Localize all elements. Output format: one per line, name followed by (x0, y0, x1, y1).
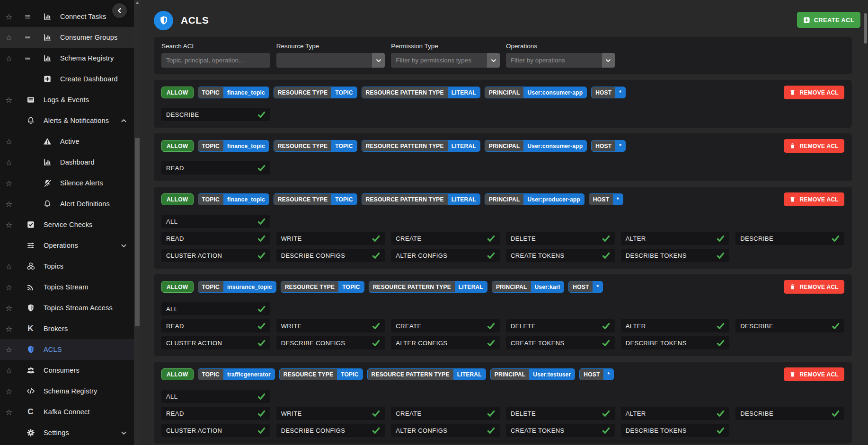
favorite-star-icon[interactable]: ☆ (4, 179, 14, 188)
resource-type-select[interactable] (276, 53, 385, 68)
sidebar-item-consumer-groups[interactable]: ☆Consumer Groups (0, 27, 134, 48)
operation-label: ALTER (626, 410, 646, 417)
search-acl-input[interactable] (161, 53, 270, 68)
favorite-star-icon[interactable]: ☆ (4, 220, 14, 229)
sidebar-item-kafka-connect[interactable]: ☆CKafka Connect (0, 401, 134, 422)
sidebar-item-silence-alerts[interactable]: ☆Silence Alerts (0, 173, 134, 193)
chevron-down-icon[interactable] (372, 53, 385, 68)
chevron-down-icon[interactable] (120, 242, 127, 249)
resource-type-chip-key: RESOURCE TYPE (281, 281, 338, 292)
sidebar-item-label: Silence Alerts (60, 179, 103, 187)
operation-describe: DESCRIBE (161, 108, 270, 121)
chevron-up-icon[interactable] (120, 117, 127, 124)
operation-describe-configs: DESCRIBE CONFIGS (276, 424, 385, 437)
sidebar-item-operations[interactable]: Operations (0, 235, 134, 256)
sidebar-item-topics[interactable]: ☆Topics (0, 256, 134, 277)
main-scrollbar-thumb[interactable] (864, 13, 867, 44)
operation-create-tokens: CREATE TOKENS (506, 249, 615, 262)
filter-card: Search ACL Resource Type Permission Type… (154, 37, 852, 74)
favorite-star-icon[interactable]: ☆ (4, 366, 14, 375)
favorite-star-icon[interactable]: ☆ (4, 33, 14, 42)
resource-type-chip: RESOURCE TYPETOPIC (274, 193, 357, 205)
sidebar-item-schema-registry[interactable]: ☆Schema Registry (0, 48, 134, 69)
sidebar-item-label: Service Checks (44, 221, 93, 228)
favorite-star-icon[interactable]: ☆ (4, 283, 14, 292)
favorite-star-icon[interactable]: ☆ (4, 345, 14, 354)
operation-label: ALL (166, 305, 177, 313)
favorite-star-icon[interactable]: ☆ (4, 304, 14, 313)
permission-type-select[interactable]: Filter by permissions types (391, 53, 500, 68)
favorite-star-icon[interactable]: ☆ (4, 137, 14, 146)
operation-cluster-action: CLUSTER ACTION (161, 336, 270, 349)
filter-resource-type: Resource Type (276, 43, 385, 68)
operations-select[interactable]: Filter by operations (506, 53, 615, 68)
sidebar-item-service-checks[interactable]: ☆Service Checks (0, 214, 134, 235)
gear-icon (26, 428, 35, 437)
sidebar-item-active[interactable]: ☆Active (0, 131, 134, 152)
remove-acl-button[interactable]: REMOVE ACL (784, 367, 844, 381)
chevron-down-icon[interactable] (120, 429, 127, 436)
sidebar-scrollbar-thumb[interactable] (135, 138, 140, 326)
drag-handle-icon[interactable] (24, 34, 32, 41)
sidebar-item-dashboard[interactable]: ☆Dashboard (0, 152, 134, 173)
operation-label: ALTER CONFIGS (396, 340, 447, 347)
sidebar-item-consumers[interactable]: ☆Consumers (0, 360, 134, 381)
host-chip-value: * (615, 140, 625, 151)
resource-pattern-type-chip-key: RESOURCE PATTERN TYPE (362, 87, 448, 98)
sidebar-item-alert-definitions[interactable]: ☆Alert Definitions (0, 193, 134, 214)
favorite-star-icon[interactable]: ☆ (4, 54, 14, 63)
sidebar-item-alerts-notifications[interactable]: Alerts & Notifications (0, 110, 134, 131)
remove-acl-label: REMOVE ACL (799, 284, 839, 290)
favorite-star-icon[interactable]: ☆ (4, 324, 14, 333)
favorite-star-icon[interactable]: ☆ (4, 200, 14, 209)
check-icon (257, 305, 266, 313)
sidebar-item-settings[interactable]: Settings (0, 422, 134, 443)
operation-label: DELETE (511, 235, 536, 242)
favorite-star-icon[interactable]: ☆ (4, 96, 14, 105)
search-acl-label: Search ACL (161, 43, 270, 50)
favorite-star-icon[interactable]: ☆ (4, 387, 14, 396)
chevron-down-icon[interactable] (602, 53, 615, 68)
remove-acl-button[interactable]: REMOVE ACL (784, 192, 844, 206)
operation-label: ALTER CONFIGS (396, 427, 447, 434)
chevron-down-icon[interactable] (487, 53, 500, 68)
favorite-star-icon[interactable]: ☆ (4, 12, 14, 21)
sidebar-item-label: Topics Stream Access (44, 304, 113, 312)
drag-handle-icon[interactable] (24, 55, 32, 62)
resource-type-chip-value: TOPIC (331, 87, 356, 98)
sidebar-scrollbar[interactable] (134, 0, 140, 445)
host-chip-value: * (613, 194, 623, 205)
rss-icon (26, 283, 35, 292)
drag-handle-icon[interactable] (24, 13, 32, 20)
host-chip-key: HOST (580, 369, 603, 380)
remove-acl-button[interactable]: REMOVE ACL (784, 139, 844, 153)
sidebar-item-topics-stream[interactable]: ☆Topics Stream (0, 277, 134, 297)
resource-pattern-type-chip: RESOURCE PATTERN TYPELITERAL (362, 140, 480, 152)
check-icon (257, 410, 266, 418)
topic-chip: TOPICtrafficgenerator (198, 368, 275, 380)
sidebar-item-create-dashboard[interactable]: Create Dashboard (0, 69, 134, 89)
remove-acl-button[interactable]: REMOVE ACL (784, 86, 844, 99)
sidebar-collapse-button[interactable] (112, 3, 127, 18)
sidebar-item-logs-events[interactable]: ☆Logs & Events (0, 89, 134, 110)
sidebar-item-acls[interactable]: ☆ACLS (0, 339, 134, 360)
favorite-star-icon[interactable]: ☆ (4, 158, 14, 167)
favorite-star-icon[interactable]: ☆ (4, 408, 14, 417)
sidebar-item-schema-registry[interactable]: ☆Schema Registry (0, 381, 134, 401)
scroll-up-arrow-icon[interactable] (135, 1, 139, 4)
sidebar-item-brokers[interactable]: ☆KBrokers (0, 318, 134, 339)
operation-all: ALL (161, 215, 270, 228)
resource-pattern-type-chip-key: RESOURCE PATTERN TYPE (362, 194, 448, 205)
operation-label: DELETE (511, 323, 536, 330)
favorite-star-icon[interactable]: ☆ (4, 262, 14, 271)
check-icon (257, 393, 266, 401)
sidebar-item-topics-stream-access[interactable]: ☆Topics Stream Access (0, 297, 134, 318)
page-header: ACLS CREATE ACL (154, 0, 852, 30)
resource-type-chip-value: TOPIC (338, 281, 363, 292)
create-acl-button[interactable]: CREATE ACL (797, 12, 860, 28)
operation-label: DESCRIBE (166, 111, 199, 118)
permission-type-placeholder: Filter by permissions types (391, 57, 487, 64)
operation-label: CLUSTER ACTION (166, 252, 222, 259)
remove-acl-button[interactable]: REMOVE ACL (784, 280, 844, 294)
check-icon (602, 252, 610, 260)
